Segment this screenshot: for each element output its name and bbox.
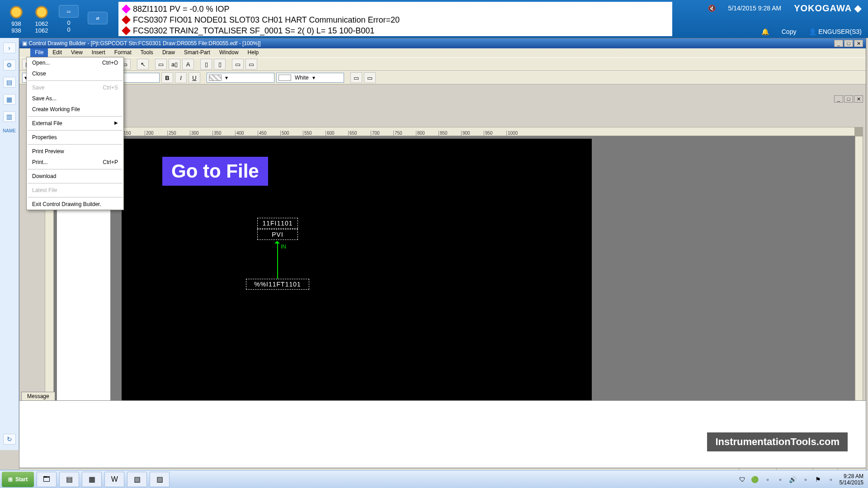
menu-view[interactable]: View: [66, 48, 87, 57]
tool-icon[interactable]: ▭: [232, 59, 244, 70]
tool-icon[interactable]: ▭: [155, 59, 167, 70]
message-pane[interactable]: Message InstrumentationTools.com: [19, 400, 866, 468]
file-menu-item[interactable]: Download: [27, 171, 123, 182]
menu-help[interactable]: Help: [243, 48, 264, 57]
window-titlebar[interactable]: ▣ Control Drawing Builder - [Pjt:GSPCOGT…: [19, 38, 866, 48]
canvas-viewport[interactable]: Go to File 11FI1101 PVI IN %%I11FT1101: [54, 136, 855, 423]
fill-color-label: White: [295, 75, 309, 81]
weather-tile-1[interactable]: 938 938: [8, 4, 24, 34]
drawing-canvas[interactable]: Go to File 11FI1101 PVI IN %%I11FT1101: [122, 139, 592, 410]
taskbar-app[interactable]: W: [104, 472, 124, 487]
alarm-panel[interactable]: 88ZI1101 PV = -0.0 % IOP FCS0307 FIO01 N…: [118, 2, 672, 36]
underline-button[interactable]: U: [189, 72, 200, 83]
vertical-scrollbar[interactable]: [855, 136, 863, 423]
tray-icon[interactable]: ▫: [802, 475, 810, 483]
tile-value: 0: [67, 26, 70, 33]
alarm-priority-icon: [122, 15, 131, 24]
copy-button[interactable]: Copy: [782, 28, 797, 35]
taskbar-app[interactable]: 🗔: [37, 472, 57, 487]
color-swatch-icon: [278, 75, 291, 81]
file-menu-item[interactable]: Open...Ctrl+O: [27, 57, 123, 68]
brand-logo: YOKOGAWA: [794, 3, 862, 14]
taskbar-app[interactable]: ▦: [82, 472, 102, 487]
tray-clock[interactable]: 9:28 AM 5/14/2015: [840, 473, 863, 486]
side-tool-icon[interactable]: ▥: [3, 111, 16, 122]
taskbar-app[interactable]: ▤: [59, 472, 79, 487]
menu-tools[interactable]: Tools: [136, 48, 158, 57]
side-tool-icon[interactable]: ▦: [3, 94, 16, 105]
inner-maximize-button[interactable]: □: [844, 95, 853, 103]
alarm-line[interactable]: FCS0307 FIO01 NODE01 SLOT03 CH01 HART Co…: [123, 14, 668, 25]
alarm-line[interactable]: 88ZI1101 PV = -0.0 % IOP: [123, 4, 668, 14]
file-menu-item[interactable]: Print...Ctrl+P: [27, 157, 123, 168]
tray-flag-icon[interactable]: ⚑: [814, 475, 822, 483]
maximize-button[interactable]: □: [844, 40, 853, 47]
file-menu-item[interactable]: Exit Control Drawing Builder.: [27, 199, 123, 210]
tray-volume-icon[interactable]: 🔊: [789, 475, 797, 483]
tray-icon[interactable]: ▫: [764, 475, 772, 483]
tool-icon[interactable]: ▯: [200, 59, 212, 70]
bold-button[interactable]: B: [161, 72, 173, 83]
menu-format[interactable]: Format: [110, 48, 136, 57]
metric-tile-2[interactable]: ⇄: [88, 12, 108, 26]
io-block[interactable]: %%I11FT1101: [246, 279, 309, 290]
inner-close-button[interactable]: ✕: [854, 95, 863, 103]
inner-minimize-button[interactable]: _: [834, 95, 843, 103]
tray-icon[interactable]: ▫: [776, 475, 784, 483]
tile-value: 938: [11, 20, 21, 27]
signal-wire[interactable]: [277, 243, 278, 279]
file-menu-item: Latest File: [27, 185, 123, 196]
annotation-overlay: Go to File: [162, 157, 268, 186]
file-menu-item: SaveCtrl+S: [27, 82, 123, 93]
tool-icon[interactable]: ▯: [214, 59, 226, 70]
message-tab[interactable]: Message: [21, 392, 55, 400]
side-refresh-icon[interactable]: ↻: [3, 434, 16, 445]
italic-button[interactable]: I: [175, 72, 187, 83]
menu-smartpart[interactable]: Smart-Part: [179, 48, 215, 57]
file-menu-item[interactable]: Properties: [27, 132, 123, 143]
text-icon[interactable]: A: [182, 59, 194, 70]
tile-value: 1062: [35, 20, 48, 27]
side-tool-icon[interactable]: ▤: [3, 77, 16, 88]
taskbar-app[interactable]: ▧: [127, 472, 147, 487]
line-color-combo[interactable]: ▾: [207, 73, 274, 83]
menu-window[interactable]: Window: [215, 48, 243, 57]
file-menu-item[interactable]: Create Working File: [27, 104, 123, 115]
file-menu-item[interactable]: Close: [27, 68, 123, 79]
tool-icon[interactable]: ▭: [350, 72, 362, 83]
start-button[interactable]: ⊞ Start: [2, 472, 34, 487]
weather-tile-2[interactable]: 1062 1062: [33, 4, 50, 34]
pointer-icon[interactable]: ↖: [137, 59, 149, 70]
side-nav-icon[interactable]: ›: [3, 42, 16, 53]
alarm-line[interactable]: FCS0302 TRAIN2_TOTALISER SF_0001 S= 2( 0…: [123, 25, 668, 36]
menu-insert[interactable]: Insert: [87, 48, 110, 57]
file-menu-item[interactable]: Print Preview: [27, 146, 123, 157]
taskbar-app[interactable]: ▨: [150, 472, 170, 487]
tray-icon[interactable]: ▫: [827, 475, 835, 483]
mute-icon[interactable]: 🔇: [708, 5, 716, 12]
menu-file[interactable]: File: [30, 48, 48, 57]
metric-tile-1[interactable]: ▭ 0 0: [59, 5, 79, 33]
tray-network-icon[interactable]: 🟢: [751, 475, 759, 483]
menu-draw[interactable]: Draw: [158, 48, 179, 57]
tile-value: 938: [11, 27, 21, 34]
function-block-tag[interactable]: 11FI1101: [257, 218, 298, 229]
tool-icon[interactable]: ▭: [245, 59, 257, 70]
block-type-text: PVI: [272, 231, 283, 238]
tool-icon[interactable]: a▯: [169, 59, 180, 70]
tool-icon[interactable]: ▭: [364, 72, 376, 83]
tray-shield-icon[interactable]: 🛡: [738, 475, 746, 483]
close-button[interactable]: ✕: [854, 40, 863, 47]
side-tool-icon[interactable]: ⚙: [3, 60, 16, 70]
his-header: 938 938 1062 1062 ▭ 0 0 ⇄ 88ZI1101 PV = …: [0, 0, 868, 38]
link-icon: ⇄: [88, 12, 108, 24]
minimize-button[interactable]: _: [834, 40, 843, 47]
user-badge[interactable]: ENGUSER(S3): [809, 28, 862, 35]
file-menu-item[interactable]: External File: [27, 118, 123, 129]
menu-edit[interactable]: Edit: [48, 48, 66, 57]
file-menu-item[interactable]: Save As...: [27, 93, 123, 104]
alarm-text: 88ZI1101 PV = -0.0 % IOP: [133, 4, 230, 14]
fill-color-combo[interactable]: White ▾: [276, 73, 344, 83]
alarm-text: FCS0307 FIO01 NODE01 SLOT03 CH01 HART Co…: [133, 14, 400, 25]
alarm-bell-icon[interactable]: 🔔: [761, 28, 769, 35]
